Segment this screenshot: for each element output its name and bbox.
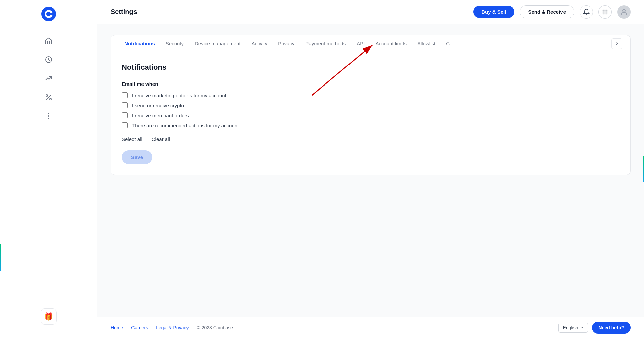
checkbox-marketing-input[interactable] [122, 92, 128, 98]
tab-api[interactable]: API [351, 35, 370, 52]
page-title: Settings [111, 8, 468, 16]
tab-notifications[interactable]: Notifications [119, 35, 160, 52]
checkbox-marketing-label: I receive marketing options for my accou… [132, 93, 226, 98]
svg-point-4 [50, 98, 51, 100]
footer-home-link[interactable]: Home [111, 325, 123, 330]
select-clear-row: Select all | Clear all [122, 136, 620, 142]
send-receive-button[interactable]: Send & Receive [520, 5, 574, 18]
checkbox-send-receive-label: I send or receive crypto [132, 103, 184, 108]
svg-point-5 [48, 116, 49, 116]
tab-activity[interactable]: Activity [246, 35, 273, 52]
checkbox-list: I receive marketing options for my accou… [122, 92, 620, 128]
checkbox-merchant[interactable]: I receive merchant orders [122, 112, 620, 118]
clear-all-button[interactable]: Clear all [152, 136, 170, 142]
checkbox-recommended-label: There are recommended actions for my acc… [132, 123, 239, 128]
notifications-title: Notifications [122, 63, 620, 72]
notifications-bell-button[interactable] [580, 5, 593, 19]
tab-device-management[interactable]: Device management [189, 35, 246, 52]
divider: | [146, 136, 148, 142]
checkbox-marketing[interactable]: I receive marketing options for my accou… [122, 92, 620, 98]
avatar[interactable] [617, 5, 631, 19]
svg-point-6 [48, 113, 49, 114]
settings-panel: Notifications Security Device management… [111, 35, 631, 175]
footer-right: English Need help? [558, 322, 631, 334]
email-when-label: Email me when [122, 81, 620, 87]
footer: Home Careers Legal & Privacy © 2023 Coin… [97, 317, 644, 338]
sidebar-progress-bar [0, 244, 1, 271]
tab-privacy[interactable]: Privacy [273, 35, 300, 52]
tab-allowlist[interactable]: Allowlist [412, 35, 441, 52]
checkbox-recommended[interactable]: There are recommended actions for my acc… [122, 122, 620, 128]
sidebar-bottom: 🎁 [41, 308, 57, 331]
tabs-nav: Notifications Security Device management… [111, 35, 630, 52]
header: Settings Buy & Sell Send & Receive [97, 0, 644, 24]
svg-point-8 [603, 9, 604, 10]
page-body: Notifications Security Device management… [97, 24, 644, 317]
tab-security[interactable]: Security [160, 35, 189, 52]
tab-more-c[interactable]: C… [441, 35, 460, 52]
svg-line-2 [46, 95, 51, 100]
checkbox-send-receive[interactable]: I send or receive crypto [122, 102, 620, 108]
svg-point-14 [603, 13, 604, 14]
grid-menu-button[interactable] [598, 5, 612, 19]
svg-point-15 [604, 13, 605, 14]
coinbase-logo[interactable] [41, 7, 56, 33]
checkbox-merchant-input[interactable] [122, 112, 128, 118]
footer-copyright: © 2023 Coinbase [197, 325, 233, 330]
gift-icon[interactable]: 🎁 [41, 308, 57, 325]
checkbox-merchant-label: I receive merchant orders [132, 113, 189, 118]
select-all-button[interactable]: Select all [122, 136, 142, 142]
svg-point-13 [606, 11, 607, 12]
svg-point-9 [604, 9, 605, 10]
svg-point-12 [604, 11, 605, 12]
tab-account-limits[interactable]: Account limits [370, 35, 412, 52]
need-help-button[interactable]: Need help? [592, 322, 631, 334]
right-progress-bar [643, 156, 644, 182]
svg-point-17 [623, 9, 625, 12]
footer-legal-link[interactable]: Legal & Privacy [156, 325, 189, 330]
checkbox-send-receive-input[interactable] [122, 102, 128, 108]
save-button[interactable]: Save [122, 150, 152, 164]
sidebar-nav [41, 33, 57, 308]
sidebar-item-more[interactable] [41, 108, 57, 124]
svg-point-16 [606, 13, 607, 14]
svg-point-11 [603, 11, 604, 12]
notifications-content: Notifications Email me when I receive ma… [111, 52, 630, 175]
sidebar: 🎁 [0, 0, 97, 338]
checkbox-recommended-input[interactable] [122, 122, 128, 128]
sidebar-item-charts[interactable] [41, 70, 57, 87]
svg-point-10 [606, 9, 607, 10]
svg-point-3 [46, 95, 48, 96]
tab-payment-methods[interactable]: Payment methods [300, 35, 351, 52]
sidebar-item-home[interactable] [41, 33, 57, 49]
language-select[interactable]: English [558, 323, 588, 333]
svg-point-0 [41, 7, 56, 21]
footer-careers-link[interactable]: Careers [131, 325, 148, 330]
sidebar-item-portfolio[interactable] [41, 52, 57, 68]
svg-point-7 [48, 118, 49, 119]
tabs-chevron-right[interactable] [611, 38, 622, 49]
main-content: Settings Buy & Sell Send & Receive [97, 0, 644, 338]
buy-sell-button[interactable]: Buy & Sell [473, 6, 514, 18]
sidebar-item-earn[interactable] [41, 89, 57, 105]
